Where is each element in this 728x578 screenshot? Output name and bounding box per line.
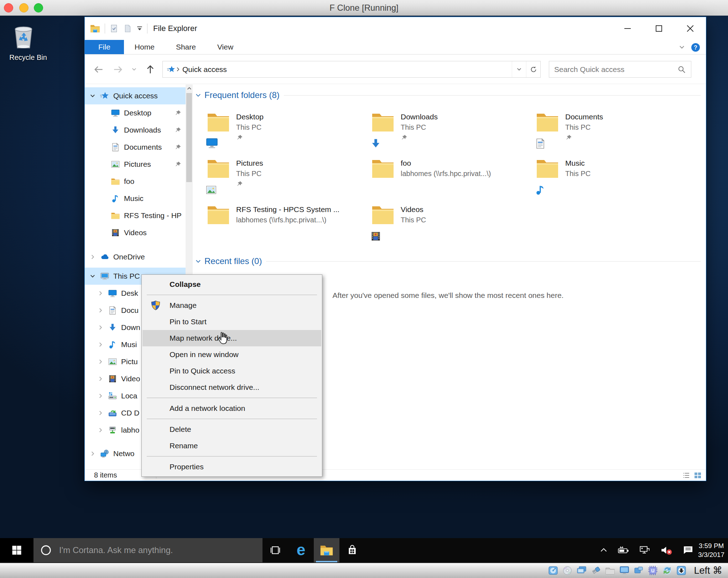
vm-sync-icon[interactable] [662, 565, 672, 576]
frequent-folders-group[interactable]: Frequent folders (8) [196, 88, 701, 102]
up-icon[interactable] [145, 64, 156, 75]
address-dropdown-icon[interactable] [512, 61, 526, 77]
tab-file[interactable]: File [85, 40, 124, 54]
maximize-button[interactable] [643, 17, 675, 40]
file-explorer-button[interactable] [314, 538, 339, 562]
menu-item-properties[interactable]: Properties [142, 459, 321, 475]
chevron-down-icon[interactable] [88, 93, 97, 98]
tree-item-music[interactable]: Music [85, 190, 186, 207]
menu-item-pin-to-quick-access[interactable]: Pin to Quick access [142, 363, 321, 379]
chevron-right-icon[interactable] [96, 291, 105, 296]
tab-share[interactable]: Share [165, 40, 207, 54]
menu-item-delete[interactable]: Delete [142, 421, 321, 438]
chevron-right-icon[interactable] [88, 451, 97, 456]
history-dropdown-icon[interactable] [132, 67, 136, 72]
start-button[interactable] [0, 538, 33, 562]
refresh-icon[interactable] [526, 61, 540, 77]
recycle-bin-desktop-icon[interactable]: Recycle Bin [7, 20, 49, 62]
menu-item-add-a-network-location[interactable]: Add a network location [142, 400, 321, 417]
tree-item-pictures[interactable]: Pictures [85, 156, 186, 173]
group-title[interactable]: Frequent folders (8) [204, 90, 280, 100]
folder-tile-documents[interactable]: DocumentsThis PC [536, 112, 701, 149]
explorer-titlebar[interactable]: File Explorer [85, 17, 706, 40]
new-folder-icon[interactable] [123, 24, 132, 33]
chevron-right-icon[interactable] [96, 308, 105, 313]
search-icon[interactable] [677, 65, 686, 74]
folder-tile-videos[interactable]: VideosThis PC [371, 204, 536, 241]
tree-item-onedrive[interactable]: OneDrive [85, 248, 186, 265]
folder-tile-foo[interactable]: foolabhomes (\\rfs.hpc.privat...\) [371, 158, 536, 195]
edge-button[interactable]: e [288, 538, 314, 562]
chevron-right-icon[interactable] [96, 342, 105, 347]
vm-processor-icon[interactable]: U [648, 565, 658, 576]
folder-tile-downloads[interactable]: DownloadsThis PC [371, 112, 536, 149]
task-view-button[interactable] [262, 538, 288, 562]
menu-item-collapse[interactable]: Collapse [142, 276, 321, 293]
vm-usb-icon[interactable] [591, 565, 601, 576]
back-icon[interactable] [93, 64, 104, 75]
forward-icon[interactable] [113, 64, 123, 75]
menu-item-open-in-new-window[interactable]: Open in new window [142, 346, 321, 363]
scroll-up-icon[interactable] [186, 84, 193, 92]
windows-desktop[interactable]: Recycle Bin File Explorer [0, 16, 728, 538]
customize-qat-icon[interactable] [136, 26, 143, 31]
chevron-right-icon[interactable] [96, 359, 105, 364]
breadcrumb[interactable]: Quick access [182, 65, 227, 74]
vm-network-adapters-icon[interactable] [576, 565, 587, 576]
properties-icon[interactable] [109, 24, 119, 33]
menu-item-pin-to-start[interactable]: Pin to Start [142, 314, 321, 330]
store-button[interactable] [339, 538, 365, 562]
chevron-right-icon[interactable] [96, 428, 105, 433]
chevron-right-icon[interactable] [96, 393, 105, 398]
collapse-group-icon[interactable] [196, 259, 201, 264]
action-center-icon[interactable] [682, 545, 694, 556]
tree-item-quick-access[interactable]: Quick access [85, 87, 186, 104]
group-title[interactable]: Recent files (0) [204, 256, 262, 266]
collapse-group-icon[interactable] [196, 93, 201, 98]
minimize-button[interactable] [612, 17, 643, 40]
tab-view[interactable]: View [207, 40, 244, 54]
tree-item-foo[interactable]: foo [85, 173, 186, 190]
breadcrumb-chevron-icon[interactable] [176, 67, 180, 72]
chevron-up-icon[interactable] [599, 546, 608, 555]
taskbar-clock[interactable]: 3:59 PM 3/3/2017 [698, 538, 724, 562]
tree-item-videos[interactable]: Videos [85, 224, 186, 241]
expand-ribbon-icon[interactable] [679, 45, 685, 50]
chevron-down-icon[interactable] [88, 274, 97, 279]
thumbnails-view-icon[interactable] [694, 471, 702, 479]
folder-tile-rfs-testing-hpcs-system[interactable]: RFS Testing - HPCS System ...labhomes (\… [207, 204, 371, 241]
help-icon[interactable]: ? [691, 43, 700, 52]
vm-windows-icon[interactable] [633, 565, 644, 576]
chevron-right-icon[interactable] [88, 254, 97, 259]
folder-tile-desktop[interactable]: DesktopThis PC [207, 112, 371, 149]
network-tray-icon[interactable] [639, 545, 650, 556]
tree-item-rfs-testing-hp[interactable]: RFS Testing - HP [85, 207, 186, 224]
vm-shared-folder-icon[interactable] [605, 565, 615, 576]
volume-muted-icon[interactable] [660, 545, 673, 556]
vm-cd-rom-icon[interactable] [562, 565, 573, 576]
scroll-thumb[interactable] [186, 93, 192, 182]
cortana-search[interactable]: I'm Cortana. Ask me anything. [33, 538, 262, 562]
details-view-icon[interactable] [682, 471, 690, 479]
folder-tile-music[interactable]: MusicThis PC [536, 158, 701, 195]
recent-files-group[interactable]: Recent files (0) [196, 254, 701, 268]
vm-display-icon[interactable] [619, 565, 630, 576]
chevron-right-icon[interactable] [96, 325, 105, 330]
close-button[interactable] [675, 17, 706, 40]
menu-item-rename[interactable]: Rename [142, 438, 321, 454]
menu-item-map-network-drive[interactable]: Map network drive... [142, 330, 321, 346]
battery-icon[interactable] [618, 546, 630, 555]
chevron-right-icon[interactable] [96, 376, 105, 381]
menu-item-disconnect-network-drive[interactable]: Disconnect network drive... [142, 379, 321, 396]
folder-tile-pictures[interactable]: PicturesThis PC [207, 158, 371, 195]
tab-home[interactable]: Home [124, 40, 165, 54]
search-input[interactable]: Search Quick access [549, 61, 691, 78]
menu-item-manage[interactable]: Manage [142, 297, 321, 314]
tree-item-desktop[interactable]: Desktop [85, 104, 186, 122]
vm-downloads-arrow-icon[interactable] [676, 565, 687, 576]
tree-item-downloads[interactable]: Downloads [85, 122, 186, 139]
vm-hard-disk-icon[interactable] [548, 565, 558, 576]
chevron-right-icon[interactable] [96, 411, 105, 416]
tree-item-documents[interactable]: Documents [85, 139, 186, 156]
address-bar[interactable]: Quick access [162, 61, 541, 78]
